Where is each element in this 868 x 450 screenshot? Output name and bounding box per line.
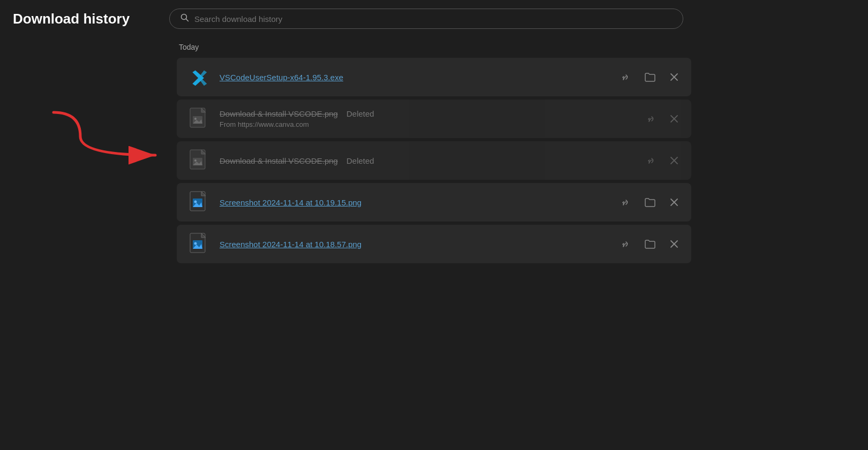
file-icon-image xyxy=(187,149,211,172)
folder-button[interactable] xyxy=(642,237,658,251)
deleted-badge: Deleted xyxy=(346,156,374,165)
item-actions xyxy=(617,237,681,251)
svg-point-11 xyxy=(194,118,197,120)
link-button[interactable] xyxy=(617,237,632,251)
close-button[interactable] xyxy=(668,71,681,83)
svg-point-25 xyxy=(194,201,197,203)
file-sub: From https://www.canva.com xyxy=(220,120,635,128)
close-button[interactable] xyxy=(668,112,681,125)
image-file-blue-icon xyxy=(190,233,209,255)
folder-button[interactable] xyxy=(642,195,658,210)
link-button[interactable] xyxy=(617,70,632,85)
search-bar-wrapper xyxy=(169,9,683,29)
page-title: Download history xyxy=(13,11,152,27)
download-list: VSCodeUserSetup-x64-1.95.3.exe xyxy=(177,58,691,263)
image-file-icon xyxy=(190,149,209,172)
download-item: Screenshot 2024-11-14 at 10.19.15.png xyxy=(177,183,691,222)
file-info: Download & Install VSCODE.png Deleted xyxy=(220,156,635,165)
item-actions xyxy=(617,70,681,85)
file-icon-vscode xyxy=(187,65,211,89)
close-button[interactable] xyxy=(668,238,681,250)
deleted-badge: Deleted xyxy=(346,109,374,118)
file-icon-screenshot xyxy=(187,190,211,214)
file-name-deleted: Download & Install VSCODE.png xyxy=(220,109,338,118)
close-button[interactable] xyxy=(668,154,681,167)
item-actions xyxy=(643,111,681,126)
image-file-icon xyxy=(190,108,209,130)
close-button[interactable] xyxy=(668,196,681,209)
item-actions xyxy=(643,153,681,168)
link-button[interactable] xyxy=(643,111,658,126)
file-info: VSCodeUserSetup-x64-1.95.3.exe xyxy=(220,73,609,82)
link-button[interactable] xyxy=(643,153,658,168)
download-item: Download & Install VSCODE.png Deleted Fr… xyxy=(177,100,691,138)
item-actions xyxy=(617,195,681,210)
image-file-blue-icon xyxy=(190,191,209,213)
search-bar xyxy=(169,9,683,29)
search-input[interactable] xyxy=(194,14,672,24)
file-name[interactable]: Screenshot 2024-11-14 at 10.18.57.png xyxy=(220,240,609,249)
search-icon xyxy=(180,13,189,24)
file-info: Screenshot 2024-11-14 at 10.19.15.png xyxy=(220,198,609,207)
file-name[interactable]: VSCodeUserSetup-x64-1.95.3.exe xyxy=(220,73,609,82)
svg-point-32 xyxy=(194,242,197,245)
download-item: Screenshot 2024-11-14 at 10.18.57.png xyxy=(177,225,691,263)
header: Download history xyxy=(0,0,868,37)
link-button[interactable] xyxy=(617,195,632,210)
folder-button[interactable] xyxy=(642,70,658,85)
vscode-icon xyxy=(188,66,210,88)
file-name-deleted: Download & Install VSCODE.png xyxy=(220,156,338,165)
file-name[interactable]: Screenshot 2024-11-14 at 10.19.15.png xyxy=(220,198,609,207)
section-label: Today xyxy=(179,43,691,51)
file-info: Download & Install VSCODE.png Deleted Fr… xyxy=(220,109,635,128)
svg-point-18 xyxy=(194,159,197,162)
svg-line-1 xyxy=(186,19,188,21)
file-icon-screenshot2 xyxy=(187,232,211,256)
content: Today VSCodeUserSetup-x6 xyxy=(0,37,868,274)
file-info: Screenshot 2024-11-14 at 10.18.57.png xyxy=(220,240,609,249)
download-item: VSCodeUserSetup-x64-1.95.3.exe xyxy=(177,58,691,96)
download-item: Download & Install VSCODE.png Deleted xyxy=(177,141,691,180)
file-icon-image xyxy=(187,107,211,131)
